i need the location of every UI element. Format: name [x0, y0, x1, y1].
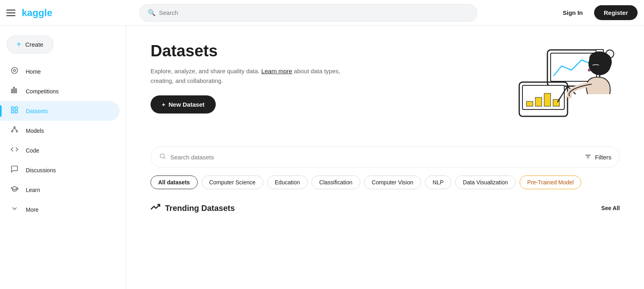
discussions-icon [10, 165, 19, 175]
sidebar-item-datasets[interactable]: Datasets [0, 101, 120, 121]
svg-rect-5 [15, 111, 18, 113]
svg-rect-18 [526, 101, 533, 106]
more-chevron-icon [10, 204, 19, 215]
home-icon [10, 66, 19, 76]
svg-rect-20 [544, 93, 551, 106]
create-label: Create [25, 41, 43, 48]
signin-button[interactable]: Sign In [556, 6, 589, 19]
hero-desc-start: Explore, analyze, and share quality data… [151, 68, 260, 74]
models-icon [10, 126, 19, 136]
new-dataset-plus-icon: + [162, 101, 165, 108]
sidebar-competitions-label: Competitions [26, 88, 59, 95]
sidebar-item-discussions[interactable]: Discussions [0, 160, 120, 180]
sidebar-models-label: Models [26, 128, 44, 134]
dataset-search-input[interactable] [170, 154, 584, 161]
sidebar-code-label: Code [26, 147, 39, 154]
svg-line-10 [14, 128, 17, 131]
hero-text: Datasets Explore, analyze, and share qua… [151, 42, 475, 114]
svg-rect-4 [12, 111, 14, 113]
svg-rect-19 [535, 97, 542, 106]
tag-pre-trained-model[interactable]: Pre-Trained Model [520, 175, 581, 189]
svg-point-1 [14, 70, 16, 72]
page-title: Datasets [151, 42, 475, 60]
auth-buttons: Sign In Register [556, 5, 638, 20]
tag-classification[interactable]: Classification [312, 175, 360, 189]
svg-point-6 [14, 127, 15, 128]
dataset-search-icon [159, 153, 166, 161]
create-button[interactable]: + Create [6, 35, 54, 54]
tag-computer-science[interactable]: Computer Science [202, 175, 263, 189]
svg-point-8 [16, 131, 17, 132]
svg-point-0 [12, 68, 18, 74]
tag-all[interactable]: All datasets [151, 175, 198, 189]
tag-computer-vision[interactable]: Computer Vision [364, 175, 421, 189]
code-icon [10, 145, 19, 155]
sidebar-more-label: More [26, 206, 39, 213]
sidebar-item-home[interactable]: Home [0, 62, 120, 81]
search-icon: 🔍 [148, 9, 156, 17]
sidebar-item-learn[interactable]: Learn [0, 180, 120, 200]
global-search-bar: 🔍 [139, 4, 477, 22]
hamburger-menu[interactable] [6, 10, 15, 16]
sidebar-item-models[interactable]: Models [0, 121, 120, 140]
hero-description: Explore, analyze, and share quality data… [151, 66, 360, 86]
learn-icon [10, 185, 19, 195]
sidebar-item-code[interactable]: Code [0, 140, 120, 160]
competitions-icon [10, 86, 19, 96]
svg-point-7 [12, 131, 13, 132]
hero-section: Datasets Explore, analyze, and share qua… [151, 42, 620, 130]
svg-point-26 [160, 154, 165, 158]
dataset-search-left [159, 153, 584, 161]
tag-nlp[interactable]: NLP [425, 175, 451, 189]
hero-illustration [491, 42, 620, 130]
learn-more-link[interactable]: Learn more [261, 68, 292, 74]
new-dataset-button[interactable]: + New Dataset [151, 95, 216, 114]
svg-rect-3 [15, 107, 18, 109]
tag-education[interactable]: Education [267, 175, 308, 189]
see-all-link[interactable]: See All [601, 205, 620, 211]
filters-button[interactable]: Filters [584, 153, 611, 161]
trending-title: Trending Datasets [151, 202, 235, 214]
main-content: Datasets Explore, analyze, and share qua… [126, 26, 644, 289]
svg-line-27 [164, 157, 165, 159]
tag-data-visualization[interactable]: Data Visualization [455, 175, 516, 189]
kaggle-logo[interactable]: kaggle [22, 7, 52, 19]
sidebar-item-more[interactable]: More [0, 200, 120, 219]
sidebar-learn-label: Learn [26, 187, 40, 193]
register-button[interactable]: Register [594, 5, 638, 20]
trending-title-text: Trending Datasets [165, 204, 235, 213]
topbar-left: kaggle [6, 7, 133, 19]
topbar: kaggle 🔍 Sign In Register [0, 0, 644, 26]
logo-text: kaggle [22, 7, 52, 19]
svg-rect-2 [12, 107, 14, 109]
sidebar-discussions-label: Discussions [26, 167, 56, 173]
new-dataset-label: New Dataset [169, 101, 204, 108]
trending-header: Trending Datasets See All [151, 202, 620, 214]
sidebar-item-competitions[interactable]: Competitions [0, 81, 120, 101]
create-plus-icon: + [17, 40, 21, 49]
trending-icon [151, 202, 160, 214]
sidebar-home-label: Home [26, 68, 41, 75]
sidebar-datasets-label: Datasets [26, 108, 48, 114]
filters-label: Filters [595, 154, 611, 161]
svg-point-25 [588, 69, 590, 71]
svg-line-9 [12, 128, 14, 131]
datasets-icon [10, 106, 19, 116]
dataset-search-bar: Filters [151, 147, 620, 167]
main-layout: + Create Home Competitions Datasets [0, 26, 644, 289]
global-search-input[interactable] [159, 9, 469, 16]
tags-row: All datasets Computer Science Education … [151, 175, 620, 189]
sidebar: + Create Home Competitions Datasets [0, 26, 126, 289]
